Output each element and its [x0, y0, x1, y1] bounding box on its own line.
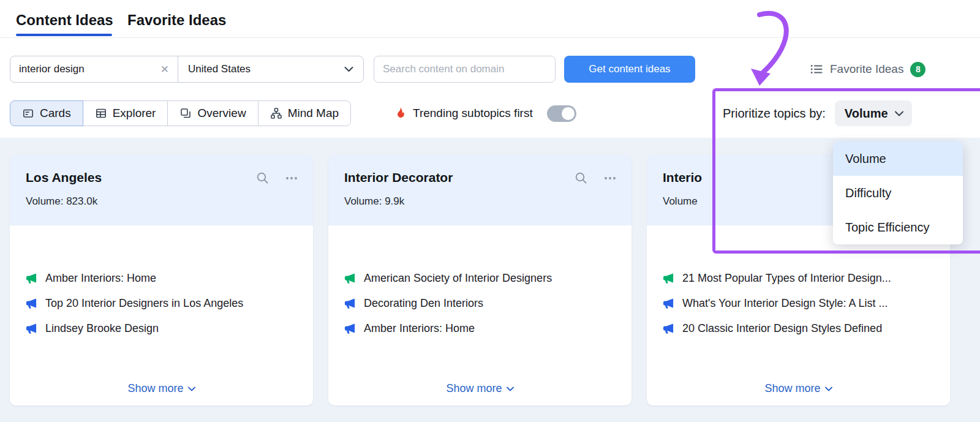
megaphone-icon — [344, 323, 356, 334]
view-overview-button[interactable]: Overview — [167, 100, 258, 126]
headline-text: Top 20 Interior Designers in Los Angeles — [45, 296, 243, 311]
megaphone-icon — [663, 298, 674, 309]
headline-item[interactable]: What's Your Interior Design Style: A Lis… — [663, 296, 939, 311]
trending-subtopics-label: Trending subtopics first — [413, 107, 533, 120]
megaphone-icon — [26, 298, 37, 309]
show-more-link[interactable]: Show more — [328, 382, 631, 395]
view-overview-label: Overview — [197, 107, 246, 120]
show-more-link[interactable]: Show more — [647, 382, 950, 395]
card-volume: Volume: 9.9k — [344, 195, 616, 208]
card-header: Los Angeles Volume: 823.0k — [10, 155, 313, 225]
menu-item-topic-efficiency[interactable]: Topic Efficiency — [833, 210, 963, 244]
active-tab-underline — [16, 34, 112, 36]
headline-list: American Society of Interior Designers D… — [344, 271, 620, 336]
clear-keyword-icon[interactable]: ✕ — [159, 63, 170, 76]
chevron-down-icon — [825, 386, 832, 391]
megaphone-icon — [344, 298, 356, 309]
tab-favorite-ideas[interactable]: Favorite Ideas — [127, 12, 226, 29]
headline-text: Amber Interiors: Home — [45, 271, 156, 285]
card-search-icon[interactable] — [256, 171, 269, 184]
prioritize-dropdown-button[interactable]: Volume — [835, 100, 912, 126]
mindmap-icon — [270, 107, 282, 119]
overview-icon — [179, 107, 192, 119]
megaphone-icon — [344, 273, 356, 284]
show-more-label: Show more — [446, 382, 502, 395]
prioritize-label: Prioritize topics by: — [723, 107, 826, 121]
country-select[interactable]: United States — [178, 56, 363, 82]
topic-card-los-angeles: Los Angeles Volume: 823.0k Amber Interio… — [10, 155, 313, 405]
headline-item[interactable]: Amber Interiors: Home — [26, 271, 302, 285]
chevron-down-icon — [507, 386, 514, 391]
headline-item[interactable]: Amber Interiors: Home — [344, 322, 620, 336]
headline-item[interactable]: 21 Most Popular Types of Interior Design… — [663, 271, 939, 285]
view-switcher: Cards Explorer Overview — [10, 100, 351, 126]
tab-content-ideas[interactable]: Content Ideas — [16, 12, 113, 29]
view-cards-button[interactable]: Cards — [10, 100, 83, 126]
keyword-input[interactable] — [19, 63, 159, 75]
headline-text: Decorating Den Interiors — [364, 296, 483, 311]
headline-item[interactable]: Lindsey Brooke Design — [26, 322, 302, 336]
show-more-label: Show more — [127, 382, 183, 395]
view-mindmap-label: Mind Map — [288, 107, 339, 120]
prioritize-selected-value: Volume — [845, 107, 888, 121]
headline-text: Lindsey Brooke Design — [45, 322, 159, 336]
show-more-label: Show more — [764, 382, 820, 395]
headline-text: 20 Classic Interior Design Styles Define… — [682, 322, 882, 336]
favorite-ideas-shortcut[interactable]: Favorite Ideas 8 — [810, 56, 925, 83]
headline-item[interactable]: Top 20 Interior Designers in Los Angeles — [26, 296, 302, 311]
headline-text: Amber Interiors: Home — [364, 322, 475, 336]
card-header: Interior Decorator Volume: 9.9k — [328, 155, 631, 225]
topic-research-screen: Content Ideas Favorite Ideas ✕ United St… — [0, 0, 980, 422]
prioritize-menu: Volume Difficulty Topic Efficiency — [833, 141, 963, 244]
get-content-ideas-button[interactable]: Get content ideas — [564, 56, 695, 83]
prioritize-control: Prioritize topics by: Volume — [723, 100, 912, 126]
megaphone-icon — [663, 323, 674, 334]
fire-icon — [394, 107, 406, 120]
chevron-down-icon — [895, 111, 903, 116]
chevron-down-icon — [344, 66, 353, 72]
headline-item[interactable]: 20 Classic Interior Design Styles Define… — [663, 322, 939, 336]
cards-icon — [22, 107, 34, 119]
headline-text: 21 Most Popular Types of Interior Design… — [682, 271, 891, 285]
toggle-knob — [562, 107, 575, 120]
card-search-icon[interactable] — [575, 171, 587, 184]
keyword-field-wrap: ✕ — [10, 56, 178, 82]
table-icon — [95, 107, 107, 119]
view-mindmap-button[interactable]: Mind Map — [258, 100, 351, 126]
more-options-icon[interactable] — [285, 171, 298, 184]
megaphone-icon — [26, 273, 37, 284]
country-value: United States — [188, 63, 339, 75]
card-volume: Volume: 823.0k — [26, 195, 297, 208]
more-options-icon[interactable] — [603, 171, 617, 184]
menu-item-volume[interactable]: Volume — [833, 141, 963, 176]
chevron-down-icon — [188, 386, 195, 391]
annotation-arrow — [728, 5, 807, 91]
headline-item[interactable]: American Society of Interior Designers — [344, 271, 620, 285]
headline-text: What's Your Interior Design Style: A Lis… — [682, 296, 888, 311]
domain-search-input[interactable] — [374, 56, 556, 83]
megaphone-icon — [663, 273, 674, 284]
headline-list: Amber Interiors: Home Top 20 Interior De… — [26, 271, 302, 336]
tabbar-divider — [0, 37, 980, 38]
show-more-link[interactable]: Show more — [10, 382, 313, 395]
headline-list: 21 Most Popular Types of Interior Design… — [663, 271, 939, 336]
view-explorer-label: Explorer — [113, 107, 156, 120]
trending-subtopics-control: Trending subtopics first — [394, 100, 576, 126]
megaphone-icon — [26, 323, 37, 334]
topic-card-interior-decorator: Interior Decorator Volume: 9.9k American… — [328, 155, 631, 405]
favorites-count-badge: 8 — [910, 62, 925, 77]
menu-item-difficulty[interactable]: Difficulty — [833, 176, 963, 210]
favorite-ideas-label: Favorite Ideas — [830, 62, 903, 76]
view-cards-label: Cards — [40, 107, 71, 120]
headline-text: American Society of Interior Designers — [364, 271, 552, 285]
headline-item[interactable]: Decorating Den Interiors — [344, 296, 620, 311]
list-icon — [810, 62, 823, 76]
keyword-country-group: ✕ United States — [10, 56, 364, 83]
view-explorer-button[interactable]: Explorer — [83, 100, 168, 126]
trending-toggle[interactable] — [547, 105, 576, 122]
